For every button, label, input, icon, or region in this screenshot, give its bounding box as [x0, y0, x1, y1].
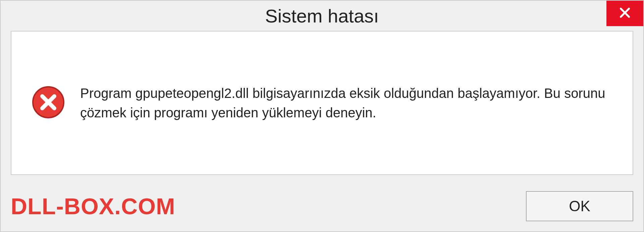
dialog-title: Sistem hatası — [265, 5, 379, 27]
content-panel: Program gpupeteopengl2.dll bilgisayarını… — [11, 31, 633, 175]
ok-button[interactable]: OK — [526, 191, 633, 221]
error-message: Program gpupeteopengl2.dll bilgisayarını… — [80, 83, 612, 122]
title-bar: Sistem hatası — [1, 1, 643, 31]
watermark-text: DLL-BOX.COM — [11, 193, 175, 219]
error-icon — [32, 85, 65, 120]
bottom-bar: DLL-BOX.COM OK — [1, 188, 643, 225]
close-button[interactable] — [606, 1, 643, 26]
close-icon — [618, 6, 632, 21]
